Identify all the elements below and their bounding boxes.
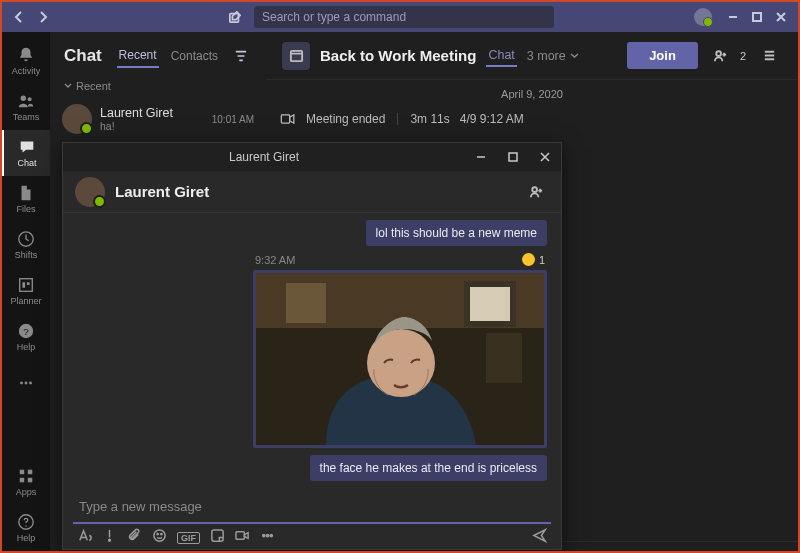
chat-list-item[interactable]: Laurent Giret ha! 10:01 AM xyxy=(50,98,266,140)
rail-files[interactable]: Files xyxy=(2,176,50,222)
rail-apps[interactable]: Apps xyxy=(2,459,50,505)
meeting-icon xyxy=(282,42,310,70)
participants-count: 2 xyxy=(740,50,746,62)
priority-button[interactable] xyxy=(102,528,117,547)
popout-maximize-button[interactable] xyxy=(497,143,529,171)
popout-titlebar: Laurent Giret xyxy=(63,143,561,171)
message-bubble[interactable]: the face he makes at the end is priceles… xyxy=(310,455,547,481)
svg-point-18 xyxy=(717,51,722,56)
avatar xyxy=(75,177,105,207)
emoji-button[interactable] xyxy=(152,528,167,547)
svg-point-35 xyxy=(263,534,265,536)
svg-rect-5 xyxy=(20,279,33,292)
svg-rect-12 xyxy=(28,470,33,475)
popout-close-button[interactable] xyxy=(529,143,561,171)
svg-rect-24 xyxy=(286,283,326,323)
tab-chat[interactable]: Chat xyxy=(486,45,516,67)
filter-button[interactable] xyxy=(230,45,252,67)
tab-recent[interactable]: Recent xyxy=(117,44,159,68)
format-button[interactable] xyxy=(77,528,92,547)
popout-message-body: lol this should be a new meme 9:32 AM 1 xyxy=(63,213,561,485)
svg-rect-20 xyxy=(509,153,517,161)
send-button[interactable] xyxy=(532,528,547,547)
nav-back-button[interactable] xyxy=(8,6,30,28)
popout-minimize-button[interactable] xyxy=(465,143,497,171)
popout-chat-window: Laurent Giret Laurent Giret lol this sho… xyxy=(62,142,562,550)
date-separator: April 9, 2020 xyxy=(501,88,563,100)
svg-point-2 xyxy=(21,96,26,101)
rail-shifts[interactable]: Shifts xyxy=(2,222,50,268)
chat-list-title: Chat xyxy=(64,46,102,66)
svg-point-36 xyxy=(266,534,268,536)
svg-rect-17 xyxy=(290,51,301,61)
rail-help-bottom[interactable]: Help xyxy=(2,505,50,551)
section-recent[interactable]: Recent xyxy=(50,74,266,98)
reaction-badge[interactable]: 1 xyxy=(522,253,545,266)
meeting-ended-label: Meeting ended xyxy=(306,112,385,126)
conversation-header: Back to Work Meeting Chat 3 more Join 2 xyxy=(266,32,798,80)
rail-teams[interactable]: Teams xyxy=(2,84,50,130)
svg-point-8 xyxy=(20,382,23,385)
message-time: 9:32 AM xyxy=(255,254,295,266)
svg-point-10 xyxy=(29,382,32,385)
media-message[interactable]: 9:32 AM 1 xyxy=(253,251,547,448)
sticker-button[interactable] xyxy=(210,528,225,547)
video-icon xyxy=(280,114,296,124)
compose-toolbar: GIF xyxy=(73,524,551,547)
svg-rect-13 xyxy=(20,478,25,483)
rail-chat[interactable]: Chat xyxy=(2,130,50,176)
window-close-button[interactable] xyxy=(770,6,792,28)
compose-input[interactable]: Type a new message xyxy=(73,491,551,524)
app-rail: Activity Teams Chat Files Shifts Planner… xyxy=(2,32,50,551)
svg-point-9 xyxy=(25,382,28,385)
rail-planner[interactable]: Planner xyxy=(2,268,50,314)
attach-button[interactable] xyxy=(127,528,142,547)
rail-more[interactable] xyxy=(2,360,50,406)
avatar xyxy=(62,104,92,134)
svg-rect-26 xyxy=(470,287,510,321)
popout-composer: Type a new message GIF xyxy=(63,485,561,549)
title-bar: Search or type a command xyxy=(2,2,798,32)
tab-contacts[interactable]: Contacts xyxy=(169,45,220,67)
svg-rect-34 xyxy=(236,532,244,540)
svg-point-37 xyxy=(270,534,272,536)
more-tabs[interactable]: 3 more xyxy=(527,49,579,63)
window-maximize-button[interactable] xyxy=(746,6,768,28)
join-button[interactable]: Join xyxy=(627,42,698,69)
svg-point-16 xyxy=(25,525,26,526)
chat-item-time: 10:01 AM xyxy=(212,114,254,125)
meeting-time: 4/9 9:12 AM xyxy=(460,112,524,126)
gif-button[interactable]: GIF xyxy=(177,532,200,544)
popout-title: Laurent Giret xyxy=(63,150,465,164)
meeting-duration: 3m 11s xyxy=(410,112,449,126)
popout-header: Laurent Giret xyxy=(63,171,561,213)
svg-rect-27 xyxy=(486,333,522,383)
search-input[interactable]: Search or type a command xyxy=(254,6,554,28)
add-people-button[interactable] xyxy=(708,43,734,69)
svg-rect-33 xyxy=(212,530,223,541)
svg-point-29 xyxy=(109,539,111,541)
meeting-ended-row: Meeting ended 3m 11s 4/9 9:12 AM xyxy=(266,108,798,130)
svg-rect-14 xyxy=(28,478,33,483)
svg-point-31 xyxy=(157,533,158,534)
list-view-button[interactable] xyxy=(756,43,782,69)
window-minimize-button[interactable] xyxy=(722,6,744,28)
rail-help[interactable]: ?Help xyxy=(2,314,50,360)
nav-forward-button[interactable] xyxy=(32,6,54,28)
conversation-title: Back to Work Meeting xyxy=(320,47,476,64)
media-thumbnail[interactable] xyxy=(253,270,547,448)
meet-now-button[interactable] xyxy=(235,528,250,547)
svg-text:?: ? xyxy=(23,326,29,337)
svg-point-21 xyxy=(532,187,537,192)
svg-rect-1 xyxy=(753,13,761,21)
popout-contact-name: Laurent Giret xyxy=(115,183,209,200)
new-chat-button[interactable] xyxy=(224,6,246,28)
message-bubble[interactable]: lol this should be a new meme xyxy=(366,220,547,246)
rail-activity[interactable]: Activity xyxy=(2,38,50,84)
user-avatar[interactable] xyxy=(694,8,712,26)
svg-point-3 xyxy=(28,97,32,101)
chat-item-preview: ha! xyxy=(100,120,173,132)
laugh-emoji-icon xyxy=(522,253,535,266)
popout-add-people-button[interactable] xyxy=(523,179,549,205)
more-options-button[interactable] xyxy=(260,528,275,547)
